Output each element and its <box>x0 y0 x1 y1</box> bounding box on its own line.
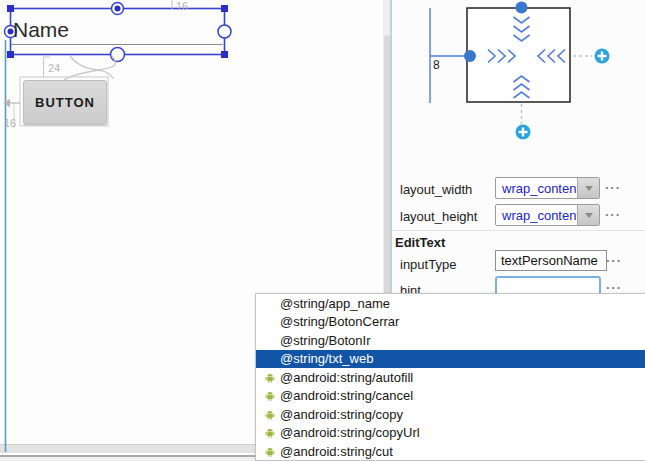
layout-width-value: wrap_content <box>496 181 577 196</box>
android-icon <box>259 427 280 439</box>
edittext-section-header: EditText <box>395 235 445 250</box>
dropdown-item[interactable]: @android:string/cut <box>256 442 645 461</box>
layout-width-more-button[interactable]: ··· <box>605 180 621 195</box>
android-icon <box>259 390 280 402</box>
margin-label-24: 24 <box>48 62 60 74</box>
button-widget[interactable]: BUTTON <box>23 80 107 125</box>
dropdown-item-label: @android:string/copy <box>280 407 403 422</box>
dropdown-item[interactable]: @android:string/autofill <box>256 368 645 387</box>
dropdown-item[interactable]: @android:string/copyUrl <box>256 424 645 443</box>
android-icon <box>259 408 280 420</box>
dropdown-item[interactable]: @string/app_name <box>256 294 645 313</box>
dropdown-item-label: @android:string/autofill <box>280 370 413 385</box>
dropdown-item-label: @string/BotonCerrar <box>280 314 399 329</box>
layout-height-combo[interactable]: wrap_content <box>495 204 600 226</box>
android-icon <box>259 371 280 383</box>
button-widget-label: BUTTON <box>35 95 95 110</box>
edittext-widget[interactable]: Name <box>13 18 69 42</box>
layout-height-more-button[interactable]: ··· <box>605 207 621 222</box>
margin-label-16: 16 <box>4 117 16 129</box>
dropdown-item-label: @android:string/cut <box>280 444 393 459</box>
android-icon <box>259 445 280 457</box>
layout-editor-window: Name 16 24 16 BUTTON 8 layout_width wrap… <box>0 0 645 461</box>
chevron-down-icon[interactable] <box>577 178 599 198</box>
input-type-label: inputType <box>400 257 456 272</box>
layout-width-combo[interactable]: wrap_content <box>495 177 600 199</box>
string-resource-dropdown: @string/app_name @string/BotonCerrar @st… <box>255 293 645 461</box>
dropdown-item-label: @android:string/cancel <box>280 388 413 403</box>
margin-label-top: 16 <box>176 0 188 12</box>
layout-height-value: wrap_content <box>496 208 577 223</box>
dropdown-item[interactable]: @android:string/copy <box>256 405 645 424</box>
widget-margin-left-value[interactable]: 8 <box>433 58 440 72</box>
section-separator <box>392 230 645 231</box>
dropdown-item[interactable]: @string/BotonCerrar <box>256 313 645 332</box>
dropdown-item-label: @android:string/copyUrl <box>280 425 420 440</box>
input-type-field[interactable] <box>495 250 607 271</box>
dropdown-item[interactable]: @android:string/cancel <box>256 387 645 406</box>
dropdown-item[interactable]: @string/BotonIr <box>256 331 645 350</box>
dropdown-item-label: @string/txt_web <box>280 351 373 366</box>
dropdown-item-label: @string/BotonIr <box>280 333 371 348</box>
layout-height-label: layout_height <box>400 209 477 224</box>
dropdown-item-selected[interactable]: @string/txt_web <box>256 350 645 369</box>
chevron-down-icon[interactable] <box>577 205 599 225</box>
dropdown-item-label: @string/app_name <box>280 296 390 311</box>
layout-width-label: layout_width <box>400 182 472 197</box>
input-type-more-button[interactable]: ··· <box>606 253 622 268</box>
